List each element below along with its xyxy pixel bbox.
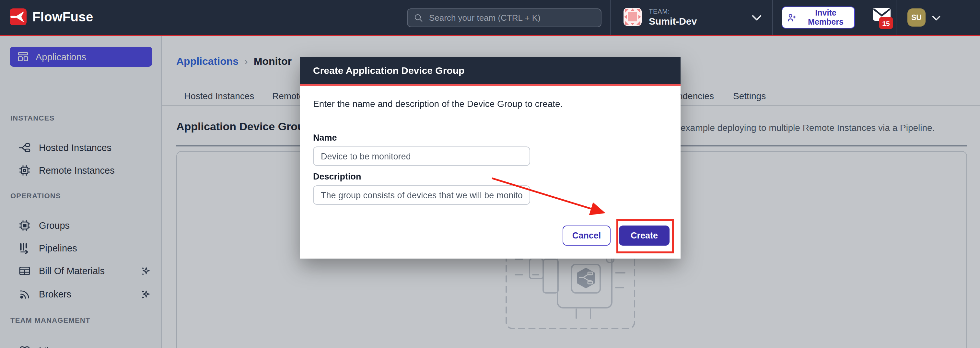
team-selector[interactable]: TEAM: Sumit-Dev	[624, 8, 697, 27]
chevron-down-icon[interactable]	[752, 15, 762, 21]
nav-divider	[772, 0, 773, 35]
team-avatar	[624, 8, 642, 26]
brand-name: FlowFuse	[32, 10, 93, 24]
invite-members-button[interactable]: Invite Members	[782, 6, 855, 29]
app-window: FlowFuse TEAM: Sumit-Dev	[0, 0, 980, 348]
nav-divider	[863, 0, 863, 35]
dialog-body-text: Enter the name and description of the De…	[313, 99, 563, 109]
user-avatar[interactable]: SU	[907, 8, 926, 27]
notification-badge: 15	[879, 17, 893, 29]
invite-members-label: Invite Members	[801, 8, 850, 27]
team-name: Sumit-Dev	[649, 15, 697, 27]
team-kicker-label: TEAM:	[649, 8, 697, 15]
user-plus-icon	[786, 13, 797, 22]
dialog-title: Create Application Device Group	[300, 57, 681, 84]
description-label: Description	[313, 172, 361, 181]
annotation-arrow	[486, 172, 616, 224]
annotation-highlight-box	[616, 219, 674, 253]
search-input[interactable]	[428, 12, 595, 23]
nav-divider	[896, 0, 896, 35]
nav-divider	[610, 0, 611, 35]
name-label: Name	[313, 133, 337, 143]
notifications-button[interactable]: 15	[872, 7, 894, 29]
name-field[interactable]	[313, 146, 530, 166]
top-navbar: FlowFuse TEAM: Sumit-Dev	[0, 0, 980, 36]
cancel-button[interactable]: Cancel	[563, 226, 611, 246]
flowfuse-logo[interactable]: FlowFuse	[10, 8, 93, 25]
team-search[interactable]	[407, 8, 601, 27]
user-menu-chevron-icon[interactable]	[932, 16, 940, 21]
search-icon	[414, 13, 423, 23]
dialog-accent-bar	[300, 84, 681, 86]
flowfuse-logo-icon	[10, 8, 27, 25]
